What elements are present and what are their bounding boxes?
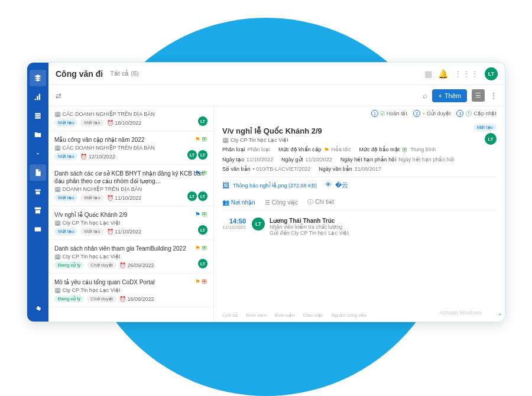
list-item[interactable]: 🏢 CÁC DOANH NGHIỆP TRÊN ĐỊA BÀN Mới tạoM…: [48, 106, 213, 131]
user-avatar[interactable]: LT: [485, 67, 498, 80]
recipient-time: 14:50: [222, 218, 246, 225]
filter-label[interactable]: Tất cả (6): [110, 70, 139, 77]
sidebar-settings-icon[interactable]: [30, 300, 46, 317]
recipient-role: Nhân viên kiểm tra chất lượng: [270, 224, 349, 230]
main-panel: Công văn đi Tất cả (6) ▦ 🔔 ⋮⋮⋮ LT ⇄ ⌕ + …: [48, 63, 505, 322]
header: Công văn đi Tất cả (6) ▦ 🔔 ⋮⋮⋮ LT: [48, 63, 505, 85]
view-file-icon[interactable]: 👁: [325, 181, 332, 190]
sidebar: [27, 63, 48, 322]
search-icon[interactable]: ⌕: [423, 91, 427, 100]
detail-tabs: 👥 Nơi nhận☰ Công việcⓘ Chi tiết: [222, 198, 497, 210]
tab-2[interactable]: ⓘ Chi tiết: [307, 198, 333, 206]
sidebar-box-icon[interactable]: [30, 183, 46, 200]
footer-tabs: Lịch sửĐính kèmBình luậnGiao việcNguồn c…: [222, 313, 366, 318]
footer-tab[interactable]: Đính kèm: [246, 313, 266, 318]
recipient-name: Lương Thái Thanh Trúc: [270, 218, 349, 224]
recipient-row: 14:50 11/10/2022 LT Lương Thái Thanh Trú…: [222, 218, 497, 236]
list-item[interactable]: V/v nghỉ lễ Quốc Khánh 2/9 🏢 Cty CP Tin …: [48, 206, 213, 240]
bell-icon[interactable]: 🔔: [438, 69, 448, 79]
owner-avatar: LT: [485, 133, 497, 145]
footer-tab[interactable]: Lịch sử: [222, 313, 238, 318]
meta-item: Ngày tạo11/10/2022: [222, 157, 273, 163]
footer-tab[interactable]: Giao việc: [303, 313, 323, 318]
file-icon: 🖼: [222, 181, 229, 190]
file-name[interactable]: Thông báo nghỉ lễ.png (272.68 KB): [233, 183, 317, 189]
meta-item: Mức độ khẩn cấp⚑Hỏa tốc: [278, 147, 351, 153]
meta-item: Mức độ bảo mật⛨Trung bình: [359, 147, 436, 153]
meta-item: Ngày hết hạn phản hồiNgày hết hạn phản h…: [340, 157, 455, 163]
sidebar-folder-icon[interactable]: [30, 126, 46, 143]
step-2[interactable]: 3🕐Cập nhật: [456, 110, 497, 117]
meta-item: Số văn bản• 010/TB-LACVIET/2022: [222, 166, 310, 172]
sidebar-doc-icon[interactable]: [30, 164, 46, 181]
workflow-steps: 1☑Hoàn tất2»Gửi duyệt3🕐Cập nhật: [371, 110, 497, 117]
calendar-icon[interactable]: ▦: [424, 69, 432, 79]
list-item[interactable]: Mô tả yêu cầu tổng quan CoDX Portal 🏢 Ct…: [48, 274, 213, 307]
tab-0[interactable]: 👥 Nơi nhận: [222, 198, 255, 206]
activate-windows: Activate Windows: [439, 310, 481, 316]
page-title: Công văn đi: [56, 69, 103, 79]
meta-item: Phân loạiPhân loại: [222, 147, 270, 153]
sidebar-card-icon[interactable]: [30, 221, 46, 238]
status-badge: Mới tạo: [473, 124, 497, 131]
step-0[interactable]: 1☑Hoàn tất: [371, 110, 407, 117]
add-button[interactable]: + Thêm: [432, 89, 467, 102]
sidebar-logo-icon[interactable]: [30, 70, 46, 86]
scroll-indicator[interactable]: ⌃: [498, 313, 502, 319]
detail-title: V/v nghỉ lễ Quốc Khánh 2/9: [222, 126, 497, 135]
sidebar-list-icon[interactable]: [30, 108, 46, 124]
meta-item: Ngày văn bản21/08/2017: [319, 166, 381, 172]
more-icon[interactable]: ⋮: [489, 91, 498, 100]
attachment-row: 🖼 Thông báo nghỉ lễ.png (272.68 KB) 👁 �云: [222, 177, 497, 193]
recipient-sent: Gửi đến Cty CP Tin học Lạc Việt: [270, 230, 349, 236]
meta-item: Ngày gửi11/10/2022: [281, 157, 332, 163]
sidebar-archive-icon[interactable]: [30, 202, 46, 219]
app-window: Công văn đi Tất cả (6) ▦ 🔔 ⋮⋮⋮ LT ⇄ ⌕ + …: [27, 62, 505, 322]
detail-panel: 1☑Hoàn tất2»Gửi duyệt3🕐Cập nhật Mới tạo …: [214, 106, 505, 322]
content: 🏢 CÁC DOANH NGHIỆP TRÊN ĐỊA BÀN Mới tạoM…: [48, 106, 505, 322]
footer-tab[interactable]: Nguồn công văn: [332, 313, 366, 318]
recipient-date: 11/10/2022: [222, 225, 246, 230]
sidebar-chart-icon[interactable]: [30, 89, 46, 105]
step-1[interactable]: 2»Gửi duyệt: [413, 110, 451, 117]
sidebar-download-icon[interactable]: [30, 145, 46, 162]
recipient-avatar: LT: [252, 218, 265, 231]
list-item[interactable]: Mẫu công văn cập nhật năm 2022 🏢 CÁC DOA…: [48, 131, 213, 165]
collapse-icon[interactable]: ⇄: [56, 92, 61, 100]
document-list[interactable]: 🏢 CÁC DOANH NGHIỆP TRÊN ĐỊA BÀN Mới tạoM…: [48, 106, 214, 322]
list-item[interactable]: Danh sách nhân viên tham gia TeamBuildin…: [48, 240, 213, 274]
toolbar: ⇄ ⌕ + Thêm ☰ ⋮: [48, 85, 505, 106]
tab-1[interactable]: ☰ Công việc: [265, 198, 299, 206]
view-toggle[interactable]: ☰: [472, 89, 485, 102]
apps-icon[interactable]: ⋮⋮⋮: [454, 69, 479, 79]
download-file-icon[interactable]: �云: [335, 181, 348, 190]
footer-tab[interactable]: Bình luận: [274, 313, 294, 318]
list-item[interactable]: Danh sách các cơ sở KCB BHYT nhận đăng k…: [48, 165, 213, 206]
detail-company: 🏢 Cty CP Tin học Lạc Việt: [222, 137, 497, 143]
